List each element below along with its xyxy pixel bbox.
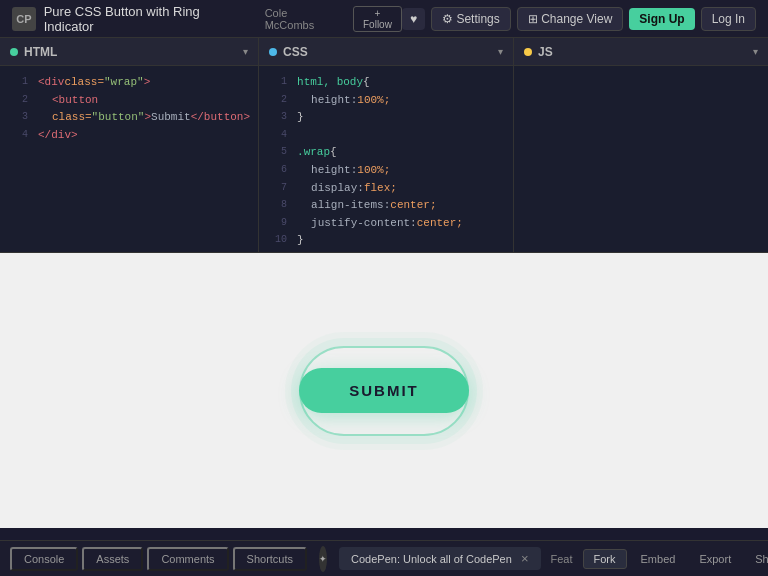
code-panels: HTML ▾ 1 <div class="wrap"> 2 <button 3 … xyxy=(0,38,768,253)
assets-tab[interactable]: Assets xyxy=(82,547,143,571)
html-dot xyxy=(10,48,18,56)
js-panel-title: JS xyxy=(524,45,553,59)
submit-demo-button[interactable]: SUBMIT xyxy=(299,368,469,413)
heart-button[interactable]: ♥ xyxy=(402,8,425,30)
top-navbar: CP Pure CSS Button with Ring Indicator C… xyxy=(0,0,768,38)
fork-button[interactable]: Fork xyxy=(583,549,627,569)
code-line: 5 .wrap { xyxy=(259,144,513,162)
code-line: 11 xyxy=(259,250,513,252)
code-line: 10 } xyxy=(259,232,513,250)
code-line: 1 <div class="wrap"> xyxy=(0,74,258,92)
code-line: 7 display: flex; xyxy=(259,180,513,198)
logo-area: CP Pure CSS Button with Ring Indicator C… xyxy=(12,4,402,34)
html-panel-header: HTML ▾ xyxy=(0,38,258,66)
pen-title: Pure CSS Button with Ring Indicator xyxy=(44,4,251,34)
comments-tab[interactable]: Comments xyxy=(147,547,228,571)
login-button[interactable]: Log In xyxy=(701,7,756,31)
js-panel-header: JS ▾ xyxy=(514,38,768,66)
signup-button[interactable]: Sign Up xyxy=(629,8,694,30)
code-line: 6 height: 100%; xyxy=(259,162,513,180)
settings-button[interactable]: ⚙ Settings xyxy=(431,7,511,31)
console-tab[interactable]: Console xyxy=(10,547,78,571)
export-button[interactable]: Export xyxy=(689,550,741,568)
bottom-right-actions: Feat Fork Embed Export Share xyxy=(545,549,768,569)
code-line: 4 xyxy=(259,127,513,145)
demo-wrapper: SUBMIT xyxy=(284,331,484,451)
code-line: 4 </div> xyxy=(0,127,258,145)
nav-actions: ♥ ⚙ Settings ⊞ Change View Sign Up Log I… xyxy=(402,7,756,31)
share-button[interactable]: Share xyxy=(745,550,768,568)
js-panel: JS ▾ xyxy=(514,38,768,252)
follow-button[interactable]: + Follow xyxy=(353,6,402,32)
change-view-button[interactable]: ⊞ Change View xyxy=(517,7,624,31)
code-line: 3 } xyxy=(259,109,513,127)
css-panel-chevron[interactable]: ▾ xyxy=(498,46,503,57)
html-code[interactable]: 1 <div class="wrap"> 2 <button 3 class="… xyxy=(0,66,258,252)
unlock-banner: CodePen: Unlock all of CodePen × xyxy=(339,547,540,570)
close-banner-button[interactable]: × xyxy=(521,551,529,566)
code-line: 2 <button xyxy=(0,92,258,110)
shortcuts-tab[interactable]: Shortcuts xyxy=(233,547,307,571)
code-line: 9 justify-content: center; xyxy=(259,215,513,233)
code-line: 8 align-items: center; xyxy=(259,197,513,215)
js-dot xyxy=(524,48,532,56)
code-line: 2 height: 100%; xyxy=(259,92,513,110)
css-code[interactable]: 1 html, body { 2 height: 100%; 3 } 4 5 .… xyxy=(259,66,513,252)
js-code[interactable] xyxy=(514,66,768,252)
embed-button[interactable]: Embed xyxy=(631,550,686,568)
code-line: 3 class="button">Submit</button> xyxy=(0,109,258,127)
html-panel-title: HTML xyxy=(10,45,57,59)
preview-area: SUBMIT xyxy=(0,253,768,528)
code-line: 1 html, body { xyxy=(259,74,513,92)
feat-label: Feat xyxy=(545,553,579,565)
js-panel-chevron[interactable]: ▾ xyxy=(753,46,758,57)
html-panel: HTML ▾ 1 <div class="wrap"> 2 <button 3 … xyxy=(0,38,259,252)
bottom-bar: Console Assets Comments Shortcuts ✦ Code… xyxy=(0,540,768,576)
css-panel-title: CSS xyxy=(269,45,308,59)
css-panel-header: CSS ▾ xyxy=(259,38,513,66)
html-panel-chevron[interactable]: ▾ xyxy=(243,46,248,57)
codepen-icon: ✦ xyxy=(319,546,327,572)
codepen-logo-icon: CP xyxy=(12,7,36,31)
pen-author: Cole McCombs xyxy=(265,7,339,31)
css-panel: CSS ▾ 1 html, body { 2 height: 100%; 3 }… xyxy=(259,38,514,252)
css-dot xyxy=(269,48,277,56)
